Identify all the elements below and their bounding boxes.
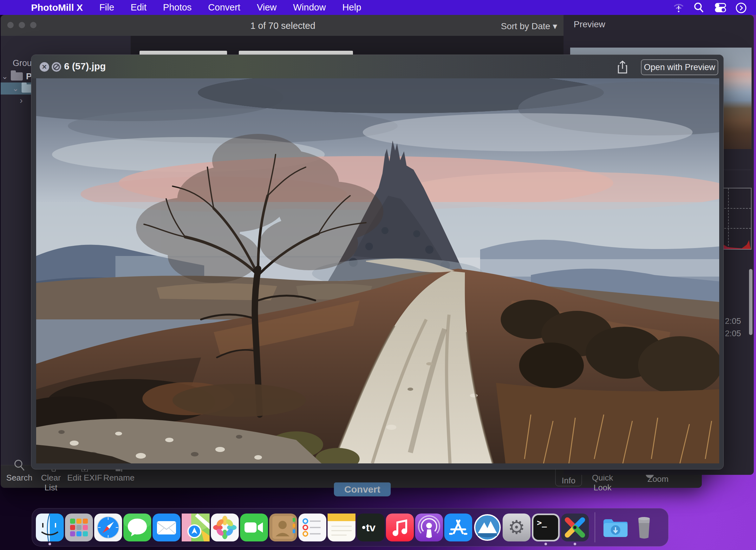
- minimize-window-button[interactable]: [19, 22, 25, 28]
- dock-item-tv[interactable]: tv: [357, 514, 385, 541]
- menu-app-name[interactable]: PhotoMill X: [31, 2, 83, 13]
- dock-item-music[interactable]: [386, 514, 414, 541]
- zoom-label-wrap: Zoom: [641, 474, 675, 484]
- dock-item-settings[interactable]: ⚙: [503, 514, 531, 541]
- quicklook-filename: 6 (57).jpg: [64, 61, 106, 72]
- dock-item-safari[interactable]: [94, 514, 122, 541]
- dock-item-facetime[interactable]: [240, 514, 268, 541]
- dock-item-photos[interactable]: [211, 514, 239, 541]
- menu-item-photos[interactable]: Photos: [163, 2, 192, 13]
- dock-item-contacts[interactable]: [269, 514, 297, 541]
- spotlight-search-icon[interactable]: [693, 2, 706, 13]
- chevron-right-icon[interactable]: ›: [17, 95, 25, 106]
- clear-list-button[interactable]: Clear List: [34, 466, 68, 493]
- dock: tv ⚙ >_: [32, 508, 668, 547]
- scrollbar-thumb[interactable]: [749, 269, 753, 335]
- menu-item-file[interactable]: File: [99, 2, 114, 13]
- wifi-warning-icon[interactable]: [672, 2, 685, 13]
- no-access-icon[interactable]: [52, 62, 61, 72]
- menu-item-view[interactable]: View: [257, 2, 277, 13]
- dock-item-mail[interactable]: [153, 514, 180, 541]
- dock-item-trash[interactable]: [630, 514, 658, 541]
- close-window-button[interactable]: [7, 22, 14, 28]
- dock-separator: [595, 512, 595, 542]
- dock-item-notes[interactable]: [328, 514, 355, 541]
- convert-button[interactable]: Convert: [334, 482, 391, 496]
- chevron-down-icon[interactable]: ⌄: [11, 84, 20, 93]
- clock-icon[interactable]: [735, 2, 748, 13]
- zoom-label: Zoom: [641, 474, 675, 484]
- selection-status: 1 of 70 selected: [251, 21, 316, 31]
- dock-item-terminal[interactable]: >_: [532, 514, 560, 541]
- dock-item-mountain-app[interactable]: [473, 514, 501, 541]
- close-icon[interactable]: ✕: [40, 62, 49, 72]
- quicklook-window: ✕ 6 (57).jpg Open with Preview: [31, 55, 724, 469]
- dock-item-podcasts[interactable]: [415, 514, 443, 541]
- menu-item-convert[interactable]: Convert: [208, 2, 240, 13]
- svg-text:tv: tv: [366, 521, 375, 534]
- quicklook-titlebar[interactable]: ✕ 6 (57).jpg Open with Preview: [31, 55, 723, 78]
- dock-item-messages[interactable]: [123, 514, 151, 541]
- chevron-down-icon[interactable]: ⌄: [1, 72, 9, 81]
- folder-icon: [11, 72, 23, 81]
- control-center-icon[interactable]: [714, 2, 727, 13]
- time-value: 2:05: [725, 329, 741, 338]
- menu-bar: PhotoMill X File Edit Photos Convert Vie…: [0, 0, 756, 15]
- preview-panel-title: Preview: [574, 19, 605, 29]
- sort-by-dropdown[interactable]: Sort by Date ▾: [501, 21, 557, 31]
- dock-item-maps[interactable]: [182, 514, 210, 541]
- search-icon: [5, 461, 34, 472]
- dock-item-launchpad[interactable]: [65, 514, 93, 541]
- share-icon[interactable]: [616, 61, 629, 75]
- dock-item-reminders[interactable]: [298, 514, 326, 541]
- menu-item-edit[interactable]: Edit: [131, 2, 147, 13]
- svg-text:⚙: ⚙: [508, 517, 525, 538]
- dock-item-downloads[interactable]: [601, 514, 629, 541]
- dock-item-appstore[interactable]: [444, 514, 472, 541]
- open-with-preview-button[interactable]: Open with Preview: [641, 59, 718, 75]
- svg-text:>_: >_: [537, 518, 547, 527]
- dock-item-photomill[interactable]: [561, 514, 589, 541]
- photo-content[interactable]: [36, 78, 719, 463]
- dock-item-finder[interactable]: [36, 514, 64, 541]
- zoom-window-button[interactable]: [30, 22, 36, 28]
- menu-item-window[interactable]: Window: [293, 2, 326, 13]
- time-value: 2:05: [725, 316, 741, 326]
- menu-item-help[interactable]: Help: [342, 2, 361, 13]
- search-button[interactable]: Search: [5, 461, 34, 483]
